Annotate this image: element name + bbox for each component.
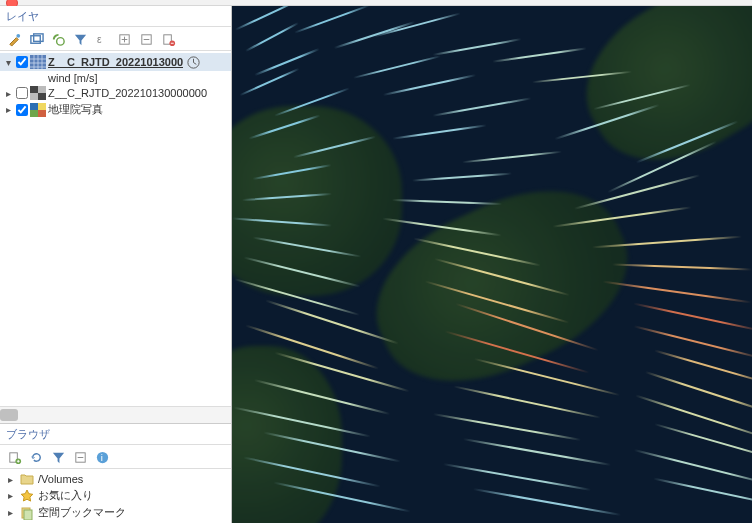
expand-toggle[interactable]: ▸ xyxy=(2,87,14,99)
wind-streamline xyxy=(294,6,370,34)
layer-child-label[interactable]: wind [m/s] xyxy=(0,71,231,85)
layer-symbol-icon xyxy=(30,55,46,69)
add-group-icon[interactable] xyxy=(28,31,44,47)
wind-streamline xyxy=(392,199,502,205)
main-area: レイヤ ε ▾Z__C_RJTD_20221013000wind [m/s]▸Z… xyxy=(0,6,752,523)
wind-streamline xyxy=(634,449,752,485)
svg-rect-18 xyxy=(38,110,46,117)
browser-panel-title: ブラウザ xyxy=(0,424,231,445)
wind-streamline xyxy=(433,38,522,56)
wind-streamline xyxy=(334,21,415,49)
layer-visibility-checkbox[interactable] xyxy=(16,87,28,99)
wind-streamline xyxy=(392,124,486,139)
wind-streamline xyxy=(443,463,591,491)
land-mass xyxy=(559,6,752,191)
wind-streamline xyxy=(462,151,562,163)
map-canvas[interactable] xyxy=(232,6,752,523)
svg-text:i: i xyxy=(100,453,102,463)
expand-toggle[interactable]: ▸ xyxy=(4,473,16,485)
browser-item[interactable]: ▸空間ブックマーク xyxy=(0,504,231,521)
svg-rect-15 xyxy=(30,103,38,110)
manage-map-themes-icon[interactable] xyxy=(50,31,66,47)
svg-rect-13 xyxy=(30,93,38,100)
layers-hscrollbar[interactable] xyxy=(0,406,231,423)
collapse-all-icon[interactable] xyxy=(138,31,154,47)
svg-rect-12 xyxy=(38,86,46,93)
expand-toggle[interactable]: ▸ xyxy=(2,104,14,116)
wind-streamline xyxy=(453,385,600,418)
wind-streamline xyxy=(373,12,460,37)
wind-streamline xyxy=(473,488,621,516)
layer-row[interactable]: ▸地理院写真 xyxy=(0,101,231,118)
remove-layer-icon[interactable] xyxy=(160,31,176,47)
wind-streamline xyxy=(245,22,299,52)
layer-visibility-checkbox[interactable] xyxy=(16,56,28,68)
svg-point-0 xyxy=(16,33,20,37)
app-window: レイヤ ε ▾Z__C_RJTD_20221013000wind [m/s]▸Z… xyxy=(0,0,752,523)
wind-streamline xyxy=(474,358,620,396)
folder-icon xyxy=(20,472,34,486)
layers-toolbar: ε xyxy=(0,27,231,51)
browser-item-label: /Volumes xyxy=(38,473,83,485)
wind-streamline xyxy=(353,55,441,79)
svg-rect-25 xyxy=(24,510,32,520)
browser-item-label: 空間ブックマーク xyxy=(38,505,126,520)
svg-rect-1 xyxy=(30,35,39,43)
svg-rect-16 xyxy=(38,103,46,110)
bookmark-icon xyxy=(20,506,34,520)
style-icon[interactable] xyxy=(6,31,22,47)
svg-rect-11 xyxy=(30,86,38,93)
wind-streamline xyxy=(433,413,581,441)
wind-streamline xyxy=(633,303,752,332)
wind-streamline xyxy=(239,68,299,96)
expand-toggle[interactable]: ▸ xyxy=(4,507,16,519)
wind-streamline xyxy=(412,173,512,182)
add-layer-icon[interactable] xyxy=(6,449,22,465)
svg-rect-17 xyxy=(30,110,38,117)
layer-row[interactable]: ▸Z__C_RJTD_202210130000000 xyxy=(0,85,231,101)
layer-symbol-icon xyxy=(30,103,46,117)
land-mass xyxy=(232,346,342,523)
wind-streamline xyxy=(603,281,752,304)
layer-visibility-checkbox[interactable] xyxy=(16,104,28,116)
browser-tree[interactable]: ▸/Volumes▸お気に入り▸空間ブックマーク xyxy=(0,469,231,523)
browser-collapse-icon[interactable] xyxy=(72,449,88,465)
wind-streamline xyxy=(645,371,752,413)
svg-point-3 xyxy=(56,37,64,45)
layer-label: Z__C_RJTD_20221013000 xyxy=(48,56,183,68)
expand-all-icon[interactable] xyxy=(116,31,132,47)
layers-panel-title: レイヤ xyxy=(0,6,231,27)
layers-tree[interactable]: ▾Z__C_RJTD_20221013000wind [m/s]▸Z__C_RJ… xyxy=(0,51,231,406)
layer-symbol-icon xyxy=(30,86,46,100)
filter-legend-icon[interactable] xyxy=(72,31,88,47)
expand-toggle[interactable]: ▾ xyxy=(2,56,14,68)
scrollbar-thumb[interactable] xyxy=(0,409,18,421)
wind-streamline xyxy=(463,438,611,466)
browser-toolbar: i xyxy=(0,445,231,469)
properties-icon[interactable]: i xyxy=(94,449,110,465)
wind-streamline xyxy=(492,47,586,62)
clock-icon xyxy=(185,54,201,70)
svg-rect-14 xyxy=(38,93,46,100)
browser-item[interactable]: ▸お気に入り xyxy=(0,487,231,504)
left-sidebar: レイヤ ε ▾Z__C_RJTD_20221013000wind [m/s]▸Z… xyxy=(0,6,232,523)
svg-rect-2 xyxy=(33,33,42,41)
wind-streamline xyxy=(433,97,532,116)
wind-streamline xyxy=(634,325,752,358)
expand-toggle[interactable]: ▸ xyxy=(4,490,16,502)
layer-label: Z__C_RJTD_202210130000000 xyxy=(48,87,207,99)
browser-item[interactable]: ▸/Volumes xyxy=(0,471,231,487)
star-icon xyxy=(20,489,34,503)
layer-label: 地理院写真 xyxy=(48,102,103,117)
browser-item-label: お気に入り xyxy=(38,488,93,503)
refresh-icon[interactable] xyxy=(28,449,44,465)
wind-streamline xyxy=(383,74,476,96)
filter-by-expression-icon[interactable]: ε xyxy=(94,31,110,47)
layer-row[interactable]: ▾Z__C_RJTD_20221013000 xyxy=(0,53,231,71)
svg-text:ε: ε xyxy=(96,34,101,45)
browser-filter-icon[interactable] xyxy=(50,449,66,465)
wind-streamline xyxy=(612,264,752,271)
wind-streamline xyxy=(653,478,752,507)
browser-panel: ブラウザ i ▸/Volumes▸お気に入り▸空間ブックマーク xyxy=(0,423,231,523)
